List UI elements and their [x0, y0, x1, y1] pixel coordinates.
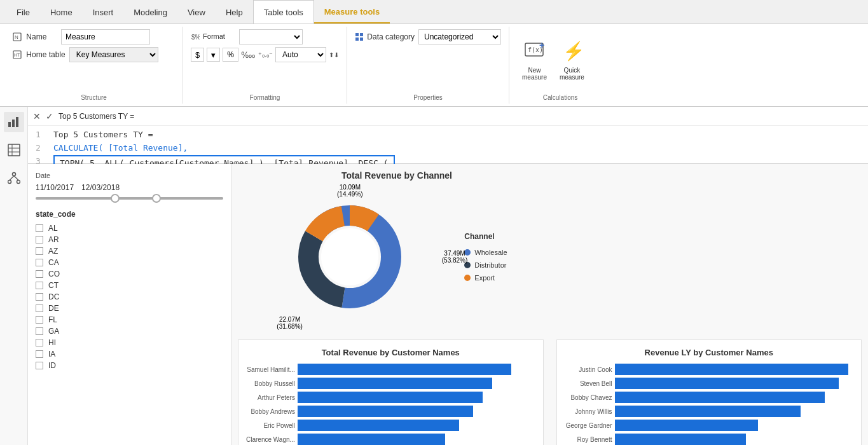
state-filter-label: state_code [36, 210, 223, 219]
home-table-select[interactable]: Key Measures [69, 47, 158, 62]
state-label: DC [48, 292, 59, 301]
state-checkbox[interactable] [36, 282, 43, 289]
format-row: $% Format [191, 29, 339, 44]
bar-chart-2-bars [615, 364, 854, 445]
format-label: $% Format [191, 32, 235, 41]
svg-line-24 [14, 176, 18, 181]
tab-view[interactable]: View [177, 0, 216, 24]
data-category-label: Data category [355, 32, 415, 42]
state-checkbox[interactable] [36, 270, 43, 278]
format-select[interactable] [239, 29, 303, 44]
svg-text:$%: $% [191, 34, 200, 41]
formula-bar: ✕ ✓ Top 5 Customers TY = 1 Top 5 Custome… [28, 107, 868, 164]
sidebar-model-icon[interactable] [4, 168, 24, 188]
currency-button[interactable]: $ [191, 48, 204, 62]
tab-insert[interactable]: Insert [83, 0, 124, 24]
state-checkbox[interactable] [36, 350, 43, 358]
tab-home[interactable]: Home [40, 0, 83, 24]
tab-modeling[interactable]: Modeling [123, 0, 177, 24]
name-input[interactable] [61, 29, 150, 44]
comma-button: ‱ [241, 50, 256, 60]
bar-name: Justin Cook [565, 364, 612, 375]
date-slider-track [36, 197, 223, 200]
state-item: FL [36, 315, 223, 324]
legend-wholesale: Wholesale [464, 249, 507, 256]
sidebar-table-icon[interactable] [4, 140, 24, 160]
legend-title: Channel [464, 232, 507, 241]
donut-bottom-left-label: 22.07M(31.68%) [277, 316, 303, 330]
down-arrow-button[interactable]: ▾ [207, 48, 220, 62]
legend-export: Export [464, 274, 507, 282]
slider-handle-left[interactable] [111, 194, 120, 203]
bar-name: Johnny Willis [565, 406, 612, 417]
decimal-buttons: ⁺₀.₀⁻ [258, 51, 273, 59]
line-num-1: 1 [36, 128, 43, 142]
state-checkbox[interactable] [36, 316, 43, 324]
bar-name: Bobby Chavez [565, 392, 612, 403]
state-label: AL [48, 224, 58, 233]
line-num-2: 2 [36, 142, 43, 155]
slider-handle-right[interactable] [152, 194, 161, 203]
tab-help[interactable]: Help [216, 0, 253, 24]
bar-chart-1-title: Total Revenue by Customer Names [246, 348, 535, 357]
donut-container: 10.09M(14.49%) 22.07M(31.68%) 37.49M(53.… [286, 187, 507, 327]
properties-group: Data category Uncategorized Properties [347, 27, 509, 104]
formatting-label: Formatting [191, 92, 339, 101]
formula-confirm-button[interactable]: ✓ [46, 111, 53, 121]
spinner-icon: ⬆⬇ [329, 51, 339, 58]
state-checkbox[interactable] [36, 339, 43, 346]
state-item: DE [36, 304, 223, 313]
date-slider[interactable] [36, 197, 223, 200]
ribbon-tabs: File Home Insert Modeling View Help Tabl… [0, 0, 868, 24]
state-checkbox[interactable] [36, 305, 43, 312]
state-filter: state_code ALARAZCACOCTDCDEFLGAHIIAID [36, 210, 223, 370]
state-label: FL [48, 315, 57, 324]
tab-measure-tools[interactable]: Measure tools [314, 0, 390, 24]
state-item: AZ [36, 247, 223, 256]
state-checkbox[interactable] [36, 224, 43, 232]
properties-label: Properties [355, 92, 501, 101]
state-checkbox[interactable] [36, 236, 43, 243]
data-category-select[interactable]: Uncategorized [418, 29, 501, 44]
bar-chart-1-bars [298, 364, 535, 445]
state-item: AL [36, 224, 223, 233]
svg-rect-5 [355, 33, 359, 36]
sidebar-bar-chart-icon[interactable] [4, 112, 24, 132]
state-label: DE [48, 304, 59, 313]
quick-measure-button[interactable]: ⚡ Quick measure [555, 38, 589, 83]
state-checkbox[interactable] [36, 362, 43, 369]
date-slider-fill [36, 197, 223, 200]
bar-name: Arthur Peters [246, 392, 295, 403]
percent-button[interactable]: % [223, 48, 238, 62]
bar-fill [615, 378, 839, 389]
tab-table-tools[interactable]: Table tools [253, 0, 314, 24]
formula-line-1: 1 Top 5 Customers TY = [36, 128, 860, 142]
quick-measure-icon: ⚡ [560, 41, 583, 67]
state-label: AR [48, 235, 59, 244]
bar-fill [615, 364, 849, 375]
state-checkbox[interactable] [36, 293, 43, 301]
bar-name: Bobby Andrews [246, 406, 295, 417]
state-item: DC [36, 292, 223, 301]
state-checkbox[interactable] [36, 327, 43, 335]
formula-measure-name: Top 5 Customers TY = [59, 112, 134, 121]
date-filter-label: Date [36, 172, 223, 179]
state-checkbox[interactable] [36, 259, 43, 266]
date-end: 12/03/2018 [81, 183, 120, 192]
tab-file[interactable]: File [6, 0, 40, 24]
state-label: HI [48, 338, 56, 347]
export-dot [464, 275, 471, 281]
new-measure-button[interactable]: f(x) + New measure [517, 38, 552, 83]
state-item: GA [36, 327, 223, 336]
formula-cancel-button[interactable]: ✕ [33, 111, 41, 121]
bar-fill [298, 406, 473, 417]
svg-rect-13 [8, 122, 11, 127]
state-checkbox[interactable] [36, 247, 43, 255]
donut-svg [293, 200, 407, 314]
state-label: ID [48, 361, 56, 370]
new-measure-icon: f(x) + [523, 41, 546, 67]
home-table-row: HT Home table Key Measures [13, 47, 175, 62]
structure-group-content: N Name HT Home table Key Measures [13, 29, 175, 92]
auto-select[interactable]: Auto [275, 47, 326, 62]
svg-text:N: N [15, 34, 18, 40]
